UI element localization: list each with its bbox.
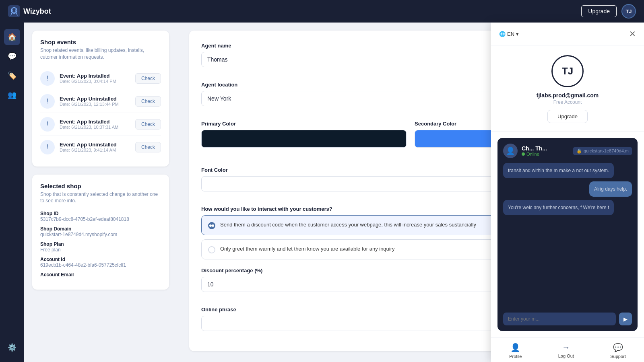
event-date: Date: 6/21/2023, 9:41:14 AM bbox=[60, 148, 130, 152]
event-icon: ! bbox=[40, 94, 55, 109]
event-name: Event: App Installed bbox=[60, 73, 130, 79]
radio-greet-text: Only greet them warmly and let them know… bbox=[220, 245, 395, 253]
chat-message-2: Alrig days help. bbox=[589, 181, 632, 197]
shop-events-subtitle: Shop related events, like billing update… bbox=[40, 47, 161, 61]
svg-rect-0 bbox=[8, 5, 20, 17]
chat-message-3: You're welc any further concerns, f We'r… bbox=[503, 200, 614, 215]
shop-tag: 🔒 quickstart-1e8749d4.m bbox=[573, 147, 632, 155]
account-email-item: Account Email bbox=[40, 272, 161, 278]
chat-message-1: transit and within the m make a not our … bbox=[503, 163, 614, 178]
radio-greet-circle bbox=[208, 246, 215, 253]
shop-plan-item: Shop Plan Free plan bbox=[40, 241, 161, 253]
side-panel-header: 🌐 EN ▾ ✕ bbox=[491, 23, 644, 45]
sidebar-item-users[interactable]: 👥 bbox=[4, 87, 20, 103]
profile-upgrade-button[interactable]: Upgrade bbox=[547, 110, 588, 123]
events-list: ! Event: App Installed Date: 6/21/2023, … bbox=[40, 67, 161, 158]
sidebar-item-tags[interactable]: 🏷️ bbox=[4, 68, 20, 84]
svg-point-3 bbox=[15, 10, 17, 11]
selected-shop-title: Selected shop bbox=[40, 183, 161, 189]
nav-profile[interactable]: 👤 Profile bbox=[509, 343, 522, 359]
nav-support[interactable]: 💬 Support bbox=[610, 343, 626, 359]
primary-color-label: Primary Color bbox=[201, 121, 407, 127]
event-item: ! Event: App Uninstalled Date: 6/21/2023… bbox=[40, 90, 161, 113]
chat-send-button[interactable]: ▶ bbox=[619, 313, 632, 325]
radio-discount-text: Send them a discount code when the custo… bbox=[220, 221, 476, 228]
check-button[interactable]: Check bbox=[135, 119, 161, 130]
event-item: ! Event: App Installed Date: 6/21/2023, … bbox=[40, 67, 161, 90]
primary-color-swatch[interactable] bbox=[201, 130, 407, 148]
event-date: Date: 6/21/2023, 10:37:31 AM bbox=[60, 125, 130, 130]
profile-nav-label: Profile bbox=[509, 354, 522, 359]
app-logo: Wizybot bbox=[8, 5, 51, 17]
lang-label: EN bbox=[507, 31, 514, 37]
profile-avatar: TJ bbox=[551, 55, 584, 87]
chat-input-row: ▶ bbox=[503, 313, 632, 325]
event-item: ! Event: App Uninstalled Date: 6/21/2023… bbox=[40, 136, 161, 158]
event-icon: ! bbox=[40, 71, 55, 86]
shop-domain-label: Shop Domain bbox=[40, 226, 161, 232]
online-dot-indicator bbox=[522, 152, 525, 156]
event-date: Date: 6/21/2023, 3:04:14 PM bbox=[60, 79, 130, 84]
sidebar-item-chat[interactable]: 💬 bbox=[4, 48, 20, 64]
shop-tag-text: quickstart-1e8749d4.m bbox=[584, 148, 629, 153]
logout-icon: → bbox=[562, 343, 570, 352]
primary-color-group: Primary Color bbox=[201, 121, 407, 148]
shop-domain-item: Shop Domain quickstart-1e8749d4.myshopif… bbox=[40, 226, 161, 237]
lang-selector[interactable]: 🌐 EN ▾ bbox=[499, 31, 519, 37]
online-status: Online bbox=[522, 152, 547, 156]
account-id-item: Account Id 619ecb1b-c464-48e2-bfa6-05772… bbox=[40, 257, 161, 268]
sidebar-item-home[interactable]: 🏠 bbox=[4, 29, 20, 45]
lock-icon: 🔒 bbox=[576, 148, 582, 154]
shop-id-item: Shop ID 5317c7b9-dcc8-4705-b2ef-edeaf804… bbox=[40, 211, 161, 222]
check-button[interactable]: Check bbox=[135, 142, 161, 152]
event-icon: ! bbox=[40, 117, 55, 132]
chat-messages: transit and within the m make a not our … bbox=[503, 163, 632, 309]
upgrade-button[interactable]: Upgrade bbox=[581, 5, 617, 17]
check-button[interactable]: Check bbox=[135, 96, 161, 107]
logout-nav-label: Log Out bbox=[558, 354, 574, 358]
profile-nav-icon: 👤 bbox=[510, 343, 520, 352]
chat-header: 👤 Ch... Th... Online 🔒 quickstart-1e8749… bbox=[503, 144, 632, 158]
online-label: Online bbox=[526, 152, 539, 156]
topnav-right: Upgrade TJ bbox=[581, 4, 636, 19]
sidebar: 🏠 💬 🏷️ 👥 ⚙️ bbox=[0, 23, 24, 362]
check-button[interactable]: Check bbox=[135, 73, 161, 84]
event-icon: ! bbox=[40, 140, 55, 154]
account-email-label: Account Email bbox=[40, 272, 161, 278]
chat-header-info: Ch... Th... Online bbox=[522, 145, 547, 156]
event-info: Event: App Installed Date: 6/21/2023, 10… bbox=[60, 119, 130, 130]
shop-domain-value: quickstart-1e8749d4.myshopify.com bbox=[40, 232, 161, 237]
globe-icon: 🌐 bbox=[499, 31, 506, 37]
event-info: Event: App Uninstalled Date: 6/21/2023, … bbox=[60, 142, 130, 152]
side-panel-nav: 👤 Profile → Log Out 💬 Support bbox=[491, 337, 644, 362]
topnav: Wizybot Upgrade TJ bbox=[0, 0, 644, 23]
app-name: Wizybot bbox=[23, 7, 51, 16]
chat-agent-name: Ch... Th... bbox=[522, 145, 547, 152]
user-avatar-button[interactable]: TJ bbox=[621, 4, 636, 19]
selected-shop-card: Selected shop Shop that is constantly se… bbox=[32, 175, 169, 290]
support-nav-label: Support bbox=[610, 354, 626, 359]
account-id-value: 619ecb1b-c464-48e2-bfa6-057725cfcff1 bbox=[40, 262, 161, 268]
event-date: Date: 6/21/2023, 12:13:44 PM bbox=[60, 102, 130, 107]
event-item: ! Event: App Installed Date: 6/21/2023, … bbox=[40, 113, 161, 136]
event-name: Event: App Installed bbox=[60, 119, 130, 125]
side-panel: 🌐 EN ▾ ✕ TJ tjlabs.prod@gmail.com Free A… bbox=[491, 23, 644, 362]
sidebar-item-settings[interactable]: ⚙️ bbox=[4, 339, 20, 356]
selected-shop-subtitle: Shop that is constantly selected change … bbox=[40, 191, 161, 205]
svg-point-2 bbox=[12, 10, 13, 11]
shop-id-value: 5317c7b9-dcc8-4705-b2ef-edeaf8041818 bbox=[40, 216, 161, 222]
shop-id-label: Shop ID bbox=[40, 211, 161, 216]
shop-events-title: Shop events bbox=[40, 39, 161, 45]
profile-email: tjlabs.prod@gmail.com bbox=[537, 92, 599, 99]
shop-plan-value: Free plan bbox=[40, 247, 161, 253]
event-info: Event: App Installed Date: 6/21/2023, 3:… bbox=[60, 73, 130, 84]
event-name: Event: App Uninstalled bbox=[60, 96, 130, 102]
nav-logout[interactable]: → Log Out bbox=[558, 343, 574, 359]
profile-plan: Free Account bbox=[553, 99, 582, 105]
left-panel: Shop events Shop related events, like bi… bbox=[24, 23, 177, 362]
side-panel-close-button[interactable]: ✕ bbox=[629, 29, 636, 39]
event-name: Event: App Uninstalled bbox=[60, 142, 130, 148]
shop-plan-label: Shop Plan bbox=[40, 241, 161, 247]
shop-events-card: Shop events Shop related events, like bi… bbox=[32, 31, 169, 167]
chat-input-field[interactable] bbox=[503, 313, 616, 325]
